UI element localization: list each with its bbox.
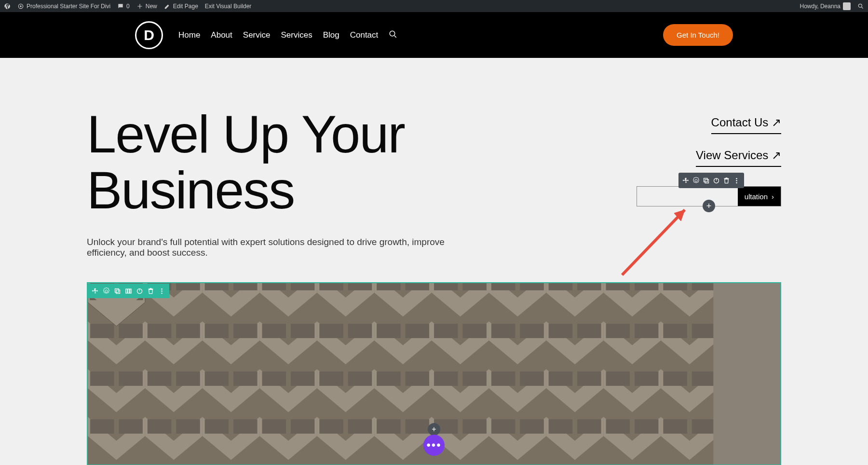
svg-rect-38 bbox=[705, 179, 709, 183]
module-text-partial: ultation bbox=[745, 192, 768, 201]
svg-rect-31 bbox=[130, 289, 132, 293]
svg-point-4 bbox=[390, 31, 395, 36]
duplicate-icon[interactable] bbox=[114, 287, 121, 295]
nav-blog[interactable]: Blog bbox=[323, 30, 339, 40]
contact-us-link[interactable]: Contact Us ↗ bbox=[711, 116, 781, 134]
comments-link[interactable]: 0 bbox=[117, 3, 130, 10]
main-nav: Home About Service Services Blog Contact bbox=[178, 30, 397, 41]
chevron-right-icon: › bbox=[772, 192, 774, 201]
svg-point-2 bbox=[858, 4, 862, 7]
svg-rect-27 bbox=[115, 288, 119, 292]
svg-rect-29 bbox=[126, 289, 127, 293]
svg-point-35 bbox=[161, 290, 163, 292]
new-label: New bbox=[146, 3, 157, 10]
svg-rect-26 bbox=[713, 283, 780, 465]
exit-vb-link[interactable]: Exit Visual Builder bbox=[205, 3, 252, 10]
svg-point-1 bbox=[20, 5, 22, 7]
duplicate-icon[interactable] bbox=[703, 177, 710, 184]
nav-home[interactable]: Home bbox=[178, 30, 200, 40]
more-icon[interactable] bbox=[158, 287, 165, 295]
hero-title: Level Up Your Business bbox=[87, 106, 473, 218]
gear-icon[interactable] bbox=[692, 177, 700, 184]
exit-vb-label: Exit Visual Builder bbox=[205, 3, 252, 10]
get-in-touch-button[interactable]: Get In Touch! bbox=[663, 24, 733, 46]
site-logo[interactable]: D bbox=[135, 21, 163, 49]
image-row[interactable]: + ••• bbox=[87, 282, 781, 465]
columns-icon[interactable] bbox=[125, 287, 132, 295]
new-link[interactable]: New bbox=[136, 3, 157, 10]
svg-point-36 bbox=[161, 292, 163, 294]
site-name-label: Professional Starter Site For Divi bbox=[27, 3, 110, 10]
nav-about[interactable]: About bbox=[211, 30, 232, 40]
more-icon[interactable] bbox=[733, 177, 740, 184]
admin-search-icon[interactable] bbox=[857, 3, 864, 10]
search-icon[interactable] bbox=[389, 30, 397, 41]
avatar bbox=[843, 2, 851, 10]
svg-line-5 bbox=[394, 36, 396, 38]
logo-letter: D bbox=[144, 27, 154, 43]
selected-module[interactable]: ultation › + bbox=[637, 186, 781, 206]
site-name-link[interactable]: Professional Starter Site For Divi bbox=[17, 3, 110, 10]
add-inner-module-button[interactable]: + bbox=[428, 423, 440, 436]
move-icon[interactable] bbox=[682, 177, 690, 184]
power-icon[interactable] bbox=[136, 287, 143, 295]
move-icon[interactable] bbox=[92, 287, 99, 295]
nav-service[interactable]: Service bbox=[243, 30, 271, 40]
edit-page-link[interactable]: Edit Page bbox=[164, 3, 198, 10]
trash-icon[interactable] bbox=[147, 287, 154, 295]
svg-rect-30 bbox=[128, 289, 129, 293]
trash-icon[interactable] bbox=[723, 177, 730, 184]
nav-contact[interactable]: Contact bbox=[350, 30, 379, 40]
svg-rect-37 bbox=[704, 178, 708, 182]
add-module-button[interactable]: + bbox=[703, 200, 715, 212]
hero-subtitle: Unlock your brand's full potential with … bbox=[87, 237, 473, 258]
howdy-link[interactable]: Howdy, Deanna bbox=[800, 2, 851, 10]
edit-page-label: Edit Page bbox=[173, 3, 198, 10]
page-content: Level Up Your Business Unlock your brand… bbox=[0, 58, 868, 465]
view-services-link[interactable]: View Services ↗ bbox=[696, 149, 781, 167]
comments-count: 0 bbox=[126, 3, 130, 10]
power-icon[interactable] bbox=[713, 177, 720, 184]
page-settings-fab[interactable]: ••• bbox=[423, 435, 445, 456]
wp-logo[interactable] bbox=[4, 3, 11, 10]
svg-point-41 bbox=[736, 178, 737, 179]
site-header: D Home About Service Services Blog Conta… bbox=[0, 12, 868, 58]
nav-services[interactable]: Services bbox=[281, 30, 312, 40]
svg-point-43 bbox=[736, 182, 737, 183]
svg-line-3 bbox=[862, 7, 863, 8]
svg-point-34 bbox=[161, 288, 163, 289]
gear-icon[interactable] bbox=[103, 287, 110, 295]
wp-admin-bar: Professional Starter Site For Divi 0 New… bbox=[0, 0, 868, 12]
row-toolbar-image bbox=[88, 284, 169, 298]
svg-rect-28 bbox=[116, 290, 120, 294]
howdy-label: Howdy, Deanna bbox=[800, 3, 841, 10]
svg-point-42 bbox=[736, 180, 737, 181]
module-toolbar bbox=[678, 173, 744, 188]
